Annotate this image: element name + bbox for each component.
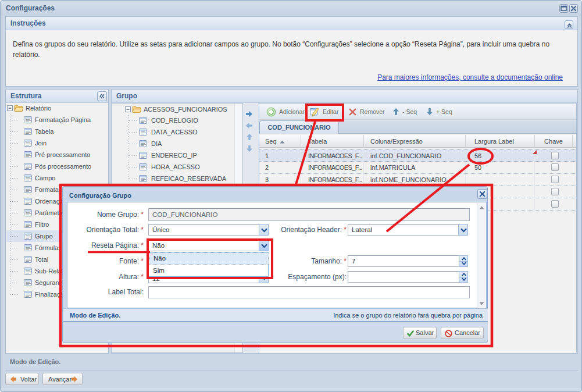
dropdown-option-nao[interactable]: Não <box>149 252 269 265</box>
tree-line <box>129 120 137 121</box>
dialog-close-icon <box>479 191 485 197</box>
estrutura-item-pr-processamento[interactable]: Pré processamento <box>6 149 108 161</box>
column-header-largura[interactable]: Largura Label <box>466 135 535 148</box>
dialog-footer: Salvar Cancelar <box>63 322 488 341</box>
dialog-scrollbar[interactable] <box>477 203 485 308</box>
move-up-button[interactable] <box>246 133 253 142</box>
estrutura-item-join[interactable]: Join <box>6 137 108 149</box>
tree-node-label: Segurança <box>35 277 66 288</box>
collapse-minus-icon[interactable] <box>125 106 131 112</box>
tree-line <box>10 143 19 144</box>
table-row-3[interactable]: 3INFORMACOES_F...inf.NOME_FUNCIONARIO <box>259 174 576 186</box>
forward-arrow-icon <box>71 376 78 383</box>
table-row-1[interactable]: 1INFORMACOES_F...inf.COD_FUNCIONARIO56 <box>259 149 576 162</box>
grid-column-line <box>301 150 301 161</box>
tree-node-label: Total <box>35 254 48 265</box>
collapse-minus-icon[interactable] <box>7 105 13 111</box>
grupo-item-endereco-ip[interactable]: ENDERECO_IP <box>112 149 234 161</box>
grupo-item-cod-relogio[interactable]: COD_RELOGIO <box>112 115 234 126</box>
grid-column-line <box>363 150 364 161</box>
nome-grupo-label: Nome Grupo: * <box>67 209 144 220</box>
field-icon <box>138 116 148 125</box>
documentation-link[interactable]: Para maiores informações, consulte a doc… <box>377 73 563 81</box>
configuracao-grupo-dialog: Configuração Grupo Nome Grupo: * COD_ <box>62 186 488 343</box>
tamanho-spinner[interactable]: 7 <box>348 255 468 267</box>
tamanho-spinner-buttons[interactable] <box>459 255 468 267</box>
tree-line <box>129 167 137 168</box>
column-header-seq[interactable]: Seq <box>259 135 301 148</box>
tree-node-label: Tabela <box>35 126 53 137</box>
grupo-item-data-acesso[interactable]: DATA_ACESSO <box>112 126 234 138</box>
chave-checkbox-5[interactable] <box>551 200 559 208</box>
tree-line <box>10 271 19 272</box>
espacamento-label: Espaçamento (px): <box>262 271 347 283</box>
grid-column-line <box>465 174 466 186</box>
tree-line <box>10 213 19 213</box>
estrutura-item-p-s-processamento[interactable]: Pós processamento <box>6 161 108 172</box>
maximize-button[interactable] <box>559 4 568 13</box>
seq-minus-label: - Seq <box>402 108 417 115</box>
orientacao-header-combo[interactable]: Lateral <box>348 224 468 236</box>
estrutura-item-tabela[interactable]: Tabela <box>6 126 108 137</box>
tree-node-label: Relatório <box>26 102 51 114</box>
voltar-label: Voltar <box>20 376 37 383</box>
reseta-pagina-trigger[interactable] <box>259 240 269 251</box>
estrutura-item-formata-o-p-gina[interactable]: Formatação Página <box>6 114 108 126</box>
field-icon <box>23 243 33 252</box>
window-titlebar[interactable]: Configurações <box>1 1 581 16</box>
grupo-root-node[interactable]: ACESSOS_FUNCIONARIOS <box>112 104 234 115</box>
field-icon <box>138 162 148 172</box>
reseta-pagina-label: Reseta Página: * <box>67 240 144 251</box>
orientacao-header-trigger[interactable] <box>458 224 468 236</box>
grupo-item-dia[interactable]: DIA <box>112 138 234 149</box>
label-total-field[interactable] <box>148 286 470 298</box>
tree-line <box>10 283 19 283</box>
espacamento-spinner[interactable] <box>348 271 468 283</box>
dropdown-option-sim[interactable]: Sim <box>149 265 269 277</box>
avancar-button[interactable]: Avançar <box>42 373 83 385</box>
tab-cod-funcionario[interactable]: COD_FUNCIONARIO <box>259 120 339 134</box>
table-row-2[interactable]: 2INFORMACOES_F...inf.MATRICULA50 <box>259 162 576 174</box>
field-icon <box>138 151 148 160</box>
instructions-panel-title: Instruções <box>10 19 46 27</box>
field-icon <box>23 185 33 194</box>
close-window-button[interactable] <box>569 4 578 13</box>
grupo-item-hora-acesso[interactable]: HORA_ACESSO <box>112 161 234 173</box>
column-header-tabela[interactable]: Tabela <box>301 135 364 148</box>
label-total-label: Label Total: <box>67 286 144 298</box>
arrow-right-icon <box>245 111 253 117</box>
salvar-button[interactable]: Salvar <box>403 327 437 339</box>
field-icon <box>23 266 33 276</box>
voltar-button[interactable]: Voltar <box>5 373 39 385</box>
field-icon <box>138 127 148 137</box>
scroll-down-icon <box>479 302 484 305</box>
chave-checkbox-2[interactable] <box>551 163 559 171</box>
move-down-button[interactable] <box>246 145 253 154</box>
chave-checkbox-4[interactable] <box>551 188 559 195</box>
orientacao-total-combo[interactable]: Único <box>148 224 269 236</box>
chave-checkbox-1[interactable] <box>551 152 559 159</box>
chave-checkbox-3[interactable] <box>551 176 559 183</box>
move-left-button[interactable] <box>245 122 253 131</box>
estrutura-item-campo[interactable]: Campo <box>6 172 108 184</box>
grid-header: SeqTabelaColuna/ExpressãoLargura LabelCh… <box>259 135 576 148</box>
dialog-status-bar: Modo de Edição. Indica se o grupo do rel… <box>63 308 488 322</box>
estrutura-root-node[interactable]: Relatório <box>6 102 108 114</box>
move-right-button[interactable] <box>245 111 253 119</box>
collapse-instructions-button[interactable] <box>565 20 573 29</box>
field-icon <box>23 278 33 287</box>
dialog-close-button[interactable] <box>477 189 487 199</box>
nome-grupo-field[interactable]: COD_FUNCIONARIO <box>148 208 470 221</box>
dialog-status-right: Indica se o grupo do relatório fará queb… <box>333 312 483 319</box>
adicionar-label: Adicionar <box>279 108 305 115</box>
espacamento-spinner-buttons[interactable] <box>459 271 468 283</box>
grupo-item-refeicao-reservada[interactable]: REFEICAO_RESERVADA <box>112 173 234 184</box>
column-header-chave[interactable]: Chave <box>535 135 573 148</box>
tree-node-label: Formatação Página <box>35 114 91 126</box>
cancelar-button[interactable]: Cancelar <box>441 327 484 339</box>
tree-node-label: Grupo <box>35 230 53 242</box>
edit-icon <box>309 107 320 117</box>
scroll-up-icon <box>479 206 484 209</box>
reseta-pagina-combo[interactable]: Não <box>148 240 269 251</box>
column-header-coluna[interactable]: Coluna/Expressão <box>364 135 466 148</box>
